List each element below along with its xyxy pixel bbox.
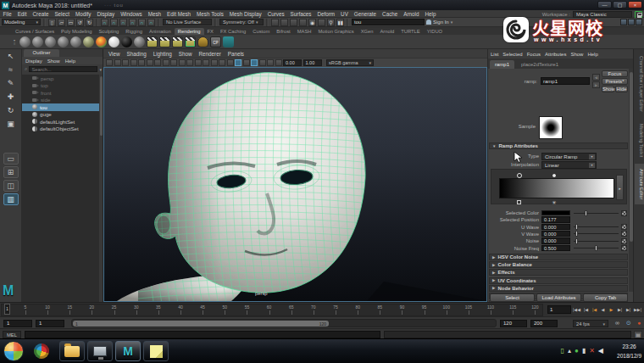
- shaded-icon[interactable]: [235, 59, 242, 66]
- menu-arnold[interactable]: Arnold: [401, 11, 422, 17]
- node-name-field[interactable]: [541, 77, 590, 85]
- slider-handle[interactable]: [575, 231, 578, 237]
- sign-in-button[interactable]: Sign In ▾: [426, 20, 452, 25]
- field-chart-icon[interactable]: [195, 59, 202, 66]
- auto-keyframe-icon[interactable]: ●: [637, 319, 641, 327]
- snap-to-projected-center-icon[interactable]: ∩: [129, 19, 136, 26]
- step-forward-frame-button[interactable]: ▶|: [616, 304, 624, 315]
- ae-menu-list[interactable]: List: [491, 52, 498, 57]
- wireframe-icon[interactable]: [227, 59, 234, 66]
- texture-map-button[interactable]: [621, 238, 627, 244]
- image-plane-icon[interactable]: [138, 59, 145, 66]
- ae-menu-selected[interactable]: Selected: [502, 52, 522, 57]
- command-language-button[interactable]: MEL: [3, 331, 21, 338]
- footer-load-attributes-button[interactable]: Load Attributes: [536, 293, 581, 302]
- render-frame-icon[interactable]: [147, 36, 158, 47]
- texture-map-button[interactable]: [621, 231, 627, 237]
- exposure-field[interactable]: 0.00: [283, 59, 302, 66]
- attr-slider[interactable]: [574, 241, 619, 242]
- playback-end-field[interactable]: [500, 320, 527, 327]
- render-view-icon[interactable]: [271, 19, 279, 26]
- presets-button[interactable]: Presets*: [602, 78, 628, 85]
- shelf-tab-fx-caching[interactable]: FX Caching: [217, 28, 249, 35]
- bookmarks-icon[interactable]: [130, 59, 137, 66]
- colorspace-dropdown[interactable]: sRGB gamma ▾: [326, 59, 374, 66]
- outliner-search-input[interactable]: [29, 66, 97, 72]
- range-bar[interactable]: 1 120: [73, 321, 329, 327]
- ae-tab-ramp1[interactable]: ramp1: [490, 60, 514, 69]
- layout-single-pane[interactable]: ▭: [3, 153, 19, 165]
- maya-app-button[interactable]: M: [115, 341, 141, 361]
- section-uv-coordinates[interactable]: ▶UV Coordinates: [489, 277, 628, 284]
- uac-tray-icon[interactable]: ▯: [560, 343, 564, 359]
- isolate-select-icon[interactable]: [219, 59, 225, 66]
- grid-toggle-icon[interactable]: [163, 59, 169, 66]
- search-input[interactable]: [352, 19, 425, 25]
- section-node-behavior[interactable]: ▶Node Behavior: [489, 285, 628, 292]
- play-backwards-button[interactable]: ◀: [599, 304, 607, 315]
- slider-handle[interactable]: [595, 245, 597, 251]
- section-color-balance[interactable]: ▶Color Balance: [489, 261, 628, 268]
- scrollbar-thumb[interactable]: [100, 76, 103, 136]
- volume-tray-icon[interactable]: ◀: [598, 343, 603, 359]
- viewport-menu-shading[interactable]: Shading: [127, 51, 147, 57]
- gate-mask-icon[interactable]: [186, 59, 193, 66]
- shelf-tab-mash[interactable]: MASH: [294, 28, 315, 35]
- outliner-menu-help[interactable]: Help: [65, 59, 75, 64]
- footer-copy-tab-button[interactable]: Copy Tab: [583, 293, 628, 302]
- outliner-item-persp[interactable]: persp: [22, 75, 100, 82]
- layout-outliner-persp[interactable]: ▥: [3, 193, 19, 205]
- range-track[interactable]: 1 120: [71, 319, 497, 327]
- menu-surfaces[interactable]: Surfaces: [287, 11, 314, 17]
- maximize-button[interactable]: ▢: [613, 1, 627, 8]
- outliner-menu-show[interactable]: Show: [47, 59, 60, 64]
- start-button[interactable]: [3, 341, 24, 361]
- time-slider-track[interactable]: 5101520253035404550556065707580859095100…: [1, 304, 543, 316]
- animation-end-field[interactable]: [530, 320, 558, 327]
- value-field[interactable]: 0.500: [541, 245, 570, 252]
- shadows-icon[interactable]: [259, 59, 266, 66]
- safe-title-icon[interactable]: [211, 59, 218, 66]
- shelf-menu-icon[interactable]: ▾≡: [14, 39, 15, 45]
- playback-start-field[interactable]: [36, 320, 64, 327]
- perspective-view[interactable]: persp: [103, 67, 487, 302]
- shelf-tab-bifrost[interactable]: Bifrost: [273, 28, 293, 35]
- shelf-tab-curves-surfaces[interactable]: Curves / Surfaces: [12, 28, 58, 35]
- menu-uv[interactable]: UV: [338, 11, 352, 17]
- antivirus-tray-icon[interactable]: ●: [575, 343, 579, 359]
- snap-to-curve-icon[interactable]: ∩: [110, 19, 118, 26]
- vertical-tab-modeling-toolkit[interactable]: Modeling Toolkit: [635, 119, 644, 162]
- slider-handle[interactable]: [575, 224, 578, 230]
- hypershade-icon[interactable]: ◉: [308, 19, 316, 26]
- menu-mesh-tools[interactable]: Mesh Tools: [194, 11, 227, 17]
- menu-cache[interactable]: Cache: [380, 11, 401, 17]
- outliner-item-front[interactable]: front: [22, 89, 100, 97]
- paint-effects-icon[interactable]: [197, 36, 208, 47]
- outliner-menu-display[interactable]: Display: [25, 59, 42, 64]
- standard-surface-material-icon[interactable]: [19, 36, 31, 47]
- viewport-menu-renderer[interactable]: Renderer: [198, 51, 220, 57]
- shelf-tab-arnold[interactable]: Arnold: [377, 28, 398, 35]
- value-field[interactable]: 0.000: [541, 224, 570, 231]
- menu-display[interactable]: Display: [94, 11, 118, 17]
- occlusion-icon[interactable]: [267, 59, 274, 66]
- section-ramp-attributes[interactable]: ▼ Ramp Attributes: [489, 142, 628, 149]
- viewport-menu-lighting[interactable]: Lighting: [153, 51, 172, 57]
- viewport-menu-panels[interactable]: Panels: [228, 51, 244, 57]
- outliner-item-defaultLightSet[interactable]: defaultLightSet: [22, 118, 100, 126]
- wireframe-head-model[interactable]: [104, 68, 486, 301]
- ramp-shader-icon[interactable]: [83, 36, 94, 47]
- menu-generate[interactable]: Generate: [351, 11, 379, 17]
- type-dropdown[interactable]: Circular Ramp ▾: [541, 153, 597, 160]
- menu-file[interactable]: File: [0, 11, 14, 17]
- attr-slider[interactable]: [574, 233, 619, 234]
- outliner-item-top[interactable]: top: [22, 82, 100, 90]
- menu-select[interactable]: Select: [52, 11, 73, 17]
- section-hsv-color-noise[interactable]: ▶HSV Color Noise: [489, 254, 628, 260]
- ramp-expand-button[interactable]: ▸: [616, 175, 624, 200]
- pause-viewport-icon[interactable]: ▮▮: [336, 19, 344, 26]
- menu-create[interactable]: Create: [30, 11, 52, 17]
- menu-curves[interactable]: Curves: [264, 11, 287, 17]
- slider-handle[interactable]: [585, 210, 587, 216]
- menu-deform[interactable]: Deform: [314, 11, 338, 17]
